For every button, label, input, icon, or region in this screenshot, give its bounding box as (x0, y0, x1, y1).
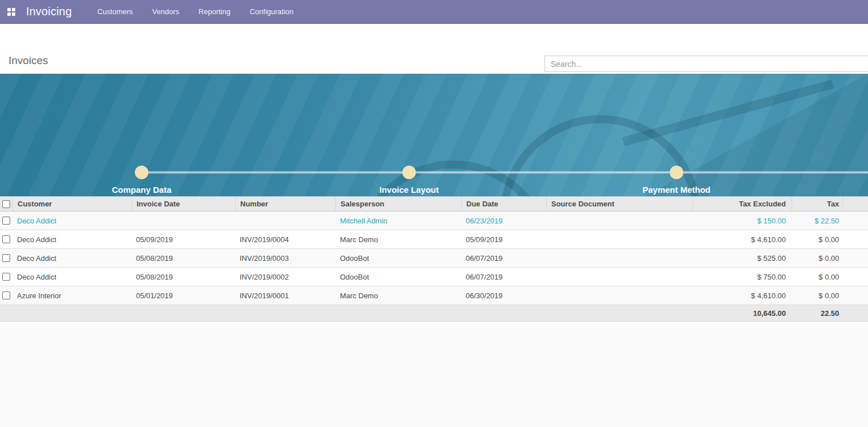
onboarding-step-payment-method: Payment Method Configure your payment me… (580, 185, 773, 196)
onboarding-banner: Company Data Set your company's data for… (0, 74, 868, 196)
cell-customer: Deco Addict (12, 217, 131, 225)
apps-menu-icon[interactable] (0, 0, 23, 24)
list-totals-row: 10,645.00 22.50 (0, 305, 868, 322)
main-menu: Customers Vendors Reporting Configuratio… (88, 0, 303, 24)
step-dot-invoice-layout (402, 166, 416, 179)
step-title: Invoice Layout (313, 185, 505, 195)
menu-vendors[interactable]: Vendors (143, 0, 189, 24)
cell-tax-excluded: $ 4,610.00 (692, 235, 792, 244)
cell-tax: $ 0.00 (792, 254, 843, 263)
column-due-date[interactable]: Due Date (461, 197, 546, 211)
cell-salesperson: Marc Demo (335, 235, 461, 244)
invoice-row[interactable]: Deco Addict 05/08/2019 INV/2019/0002 Odo… (0, 268, 868, 286)
row-checkbox[interactable] (2, 273, 10, 281)
row-checkbox[interactable] (2, 291, 10, 299)
cell-customer: Deco Addict (12, 254, 131, 263)
control-panel: Invoices + Create Import Filters ▾ ≡ Gro… (0, 24, 868, 74)
column-tax-excluded[interactable]: Tax Excluded (692, 197, 792, 211)
cell-number: INV/2019/0001 (235, 291, 335, 300)
menu-configuration[interactable]: Configuration (240, 0, 303, 24)
step-dot-company-data (135, 166, 148, 179)
list-body: Deco Addict Mitchell Admin 06/23/2019 $ … (0, 212, 868, 305)
page-title: Invoices (8, 54, 48, 67)
cell-salesperson: Marc Demo (335, 291, 461, 300)
cell-invoice-date: 05/08/2019 (131, 273, 235, 281)
column-salesperson[interactable]: Salesperson (335, 197, 461, 211)
cell-salesperson: OdooBot (335, 273, 461, 281)
column-source-document[interactable]: Source Document (546, 197, 692, 211)
step-title: Payment Method (580, 185, 773, 195)
step-title: Company Data (45, 185, 238, 195)
search-input[interactable] (544, 56, 868, 72)
app-title[interactable]: Invoicing (26, 5, 72, 18)
grid-icon (7, 8, 15, 16)
cell-customer: Deco Addict (12, 235, 131, 244)
invoice-row[interactable]: Azure Interior 05/01/2019 INV/2019/0001 … (0, 286, 868, 305)
cell-tax-excluded: $ 150.00 (692, 217, 792, 225)
invoice-row[interactable]: Deco Addict 05/08/2019 INV/2019/0003 Odo… (0, 249, 868, 268)
column-invoice-date[interactable]: Invoice Date (131, 197, 235, 211)
cell-due-date: 06/07/2019 (461, 273, 546, 281)
row-checkbox[interactable] (2, 235, 10, 243)
cell-tax-excluded: $ 750.00 (692, 273, 792, 281)
cell-due-date: 06/23/2019 (461, 217, 546, 225)
cell-tax: $ 0.00 (792, 235, 843, 244)
cell-salesperson: Mitchell Admin (335, 217, 461, 225)
row-checkbox[interactable] (2, 254, 10, 262)
column-customer[interactable]: Customer (12, 197, 131, 211)
cell-invoice-date: 05/01/2019 (131, 291, 235, 300)
onboarding-step-invoice-layout: Invoice Layout Customize the look of you… (313, 185, 505, 196)
cell-tax: $ 0.00 (792, 291, 843, 300)
select-all-checkbox[interactable] (2, 200, 10, 208)
cell-invoice-date: 05/09/2019 (131, 235, 235, 244)
column-tax[interactable]: Tax (792, 197, 843, 211)
cell-invoice-date: 05/08/2019 (131, 254, 235, 263)
cell-customer: Azure Interior (12, 291, 131, 300)
menu-customers[interactable]: Customers (88, 0, 143, 24)
list-header-row: Customer Invoice Date Number Salesperson… (0, 196, 868, 212)
step-dot-payment-method (670, 166, 683, 179)
top-navbar: Invoicing Customers Vendors Reporting Co… (0, 0, 868, 24)
cell-number: INV/2019/0002 (235, 273, 335, 281)
select-all-cell[interactable] (0, 197, 12, 211)
cell-due-date: 06/30/2019 (461, 291, 546, 300)
cell-due-date: 06/07/2019 (461, 254, 546, 263)
total-tax: 22.50 (792, 309, 843, 318)
row-checkbox[interactable] (2, 217, 10, 225)
invoice-row[interactable]: Deco Addict 05/09/2019 INV/2019/0004 Mar… (0, 230, 868, 249)
glasses-background-image (306, 74, 868, 196)
cell-tax-excluded: $ 525.00 (692, 254, 792, 263)
cell-number: INV/2019/0003 (235, 254, 335, 263)
cell-due-date: 05/09/2019 (461, 235, 546, 244)
onboarding-step-company-data: Company Data Set your company's data for… (45, 185, 238, 196)
column-extra (843, 197, 868, 211)
total-tax-excluded: 10,645.00 (692, 309, 792, 318)
cell-salesperson: OdooBot (335, 254, 461, 263)
invoice-row[interactable]: Deco Addict Mitchell Admin 06/23/2019 $ … (0, 212, 868, 230)
cell-customer: Deco Addict (12, 273, 131, 281)
cell-tax-excluded: $ 4,610.00 (692, 291, 792, 300)
invoice-list: Customer Invoice Date Number Salesperson… (0, 196, 868, 322)
cell-tax: $ 22.50 (792, 217, 843, 225)
cell-number: INV/2019/0004 (235, 235, 335, 244)
cell-tax: $ 0.00 (792, 273, 843, 281)
column-number[interactable]: Number (235, 197, 335, 211)
onboarding-progress-line (142, 171, 868, 174)
menu-reporting[interactable]: Reporting (189, 0, 240, 24)
